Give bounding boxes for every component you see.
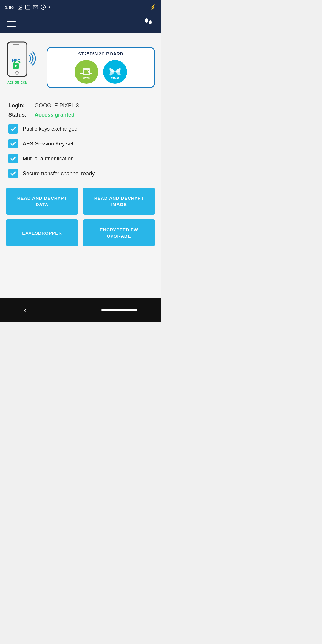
bottom-nav: ‹ xyxy=(0,298,161,322)
action-button-3[interactable]: ENCRYPTED FW UPGRADE xyxy=(83,219,155,246)
circle-icon xyxy=(41,4,46,10)
board-title: ST25DV-I2C BOARD xyxy=(52,51,149,56)
svg-text:STM32: STM32 xyxy=(111,77,119,80)
checkbox-3 xyxy=(8,169,18,178)
checklist-item-2: Mutual authentication xyxy=(8,154,155,163)
profile-icon xyxy=(143,18,154,30)
mail-icon xyxy=(33,4,38,10)
checkbox-2 xyxy=(8,154,18,163)
status-row: Status: Access granted xyxy=(8,112,155,118)
svg-point-3 xyxy=(43,7,44,8)
home-bar[interactable] xyxy=(101,309,137,311)
checkbox-0 xyxy=(8,124,18,134)
buttons-grid: READ AND DECRYPT DATAREAD AND DECRYPT IM… xyxy=(6,188,155,246)
board-logos: ST25 STM32 xyxy=(52,60,149,84)
status-time: 1:06 xyxy=(5,5,14,10)
phone-nfc-svg: NFC AES-256-GCM xyxy=(6,41,42,94)
login-label: Login: xyxy=(8,103,32,109)
svg-text:ST25: ST25 xyxy=(83,77,90,80)
hero-section: NFC AES-256-GCM ST25DV-I2C BOARD xyxy=(6,41,155,94)
checklist-item-0: Public keys exchanged xyxy=(8,124,155,134)
checklist-item-3: Secure transfer channel ready xyxy=(8,169,155,178)
checklist-label-2: Mutual authentication xyxy=(23,156,74,162)
action-button-1[interactable]: READ AND DECRYPT IMAGE xyxy=(83,188,155,215)
action-button-0[interactable]: READ AND DECRYPT DATA xyxy=(6,188,78,215)
st25-svg: ST25 xyxy=(78,63,95,81)
menu-button[interactable] xyxy=(7,21,16,27)
st25-logo: ST25 xyxy=(75,60,98,84)
login-row: Login: GOOGLE PIXEL 3 xyxy=(8,103,155,109)
status-value: Access granted xyxy=(35,112,75,118)
stm32-logo: STM32 xyxy=(103,60,127,84)
svg-rect-12 xyxy=(15,66,16,67)
battery-icon: ⚡ xyxy=(150,4,156,10)
back-button[interactable]: ‹ xyxy=(24,306,27,315)
status-icons: • xyxy=(17,4,50,11)
checklist-label-1: AES Session Key set xyxy=(23,141,73,147)
checklist-label-0: Public keys exchanged xyxy=(23,126,78,132)
toolbar xyxy=(0,14,161,33)
checkbox-1 xyxy=(8,139,18,148)
stm32-svg: STM32 xyxy=(106,63,124,81)
status-bar: 1:06 • ⚡ xyxy=(0,0,161,14)
svg-point-8 xyxy=(16,71,18,74)
svg-rect-15 xyxy=(84,70,89,74)
checklist-item-1: AES Session Key set xyxy=(8,139,155,148)
footprints-icon xyxy=(143,18,154,28)
svg-point-4 xyxy=(145,18,148,23)
svg-point-5 xyxy=(149,20,152,24)
checklist-label-3: Secure transfer channel ready xyxy=(23,171,95,177)
login-value: GOOGLE PIXEL 3 xyxy=(35,103,79,109)
info-section: Login: GOOGLE PIXEL 3 Status: Access gra… xyxy=(6,103,155,118)
photo-icon xyxy=(17,4,23,10)
status-label: Status: xyxy=(8,112,32,118)
main-content: NFC AES-256-GCM ST25DV-I2C BOARD xyxy=(0,33,161,298)
board-box: ST25DV-I2C BOARD xyxy=(47,47,155,88)
phone-nfc-illustration: NFC AES-256-GCM xyxy=(6,41,42,94)
checklist: Public keys exchanged AES Session Key se… xyxy=(6,124,155,178)
svg-point-1 xyxy=(19,6,19,7)
action-button-2[interactable]: EAVESDROPPER xyxy=(6,219,78,246)
svg-text:AES-256-GCM: AES-256-GCM xyxy=(7,81,27,84)
folder-icon xyxy=(25,4,30,10)
svg-rect-7 xyxy=(13,44,19,45)
notification-dot: • xyxy=(48,4,50,11)
